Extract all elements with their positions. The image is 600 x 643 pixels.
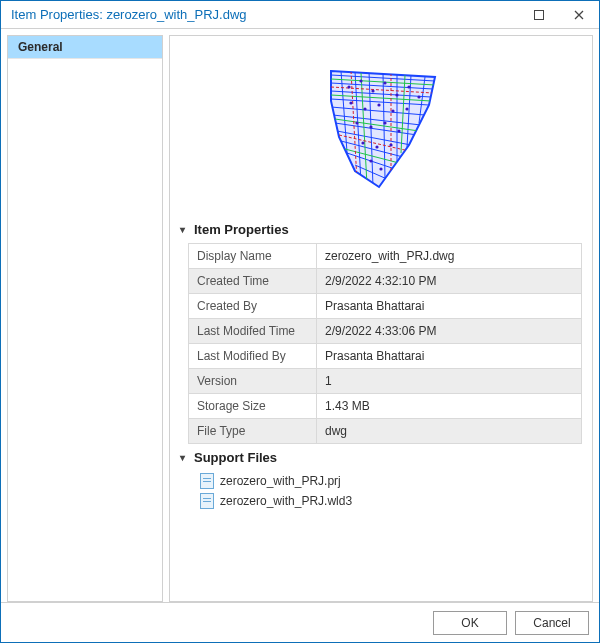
prop-value: zerozero_with_PRJ.dwg (317, 244, 582, 269)
svg-point-31 (371, 89, 374, 92)
button-label: Cancel (533, 616, 570, 630)
file-icon (200, 473, 214, 489)
svg-point-39 (391, 109, 394, 112)
table-row: File Typedwg (189, 419, 582, 444)
prop-label: Storage Size (189, 394, 317, 419)
sidebar: General (7, 35, 163, 602)
file-icon (200, 493, 214, 509)
button-label: OK (461, 616, 478, 630)
table-row: Version1 (189, 369, 582, 394)
svg-point-37 (363, 107, 366, 110)
item-thumbnail (180, 46, 582, 216)
sidebar-item-general[interactable]: General (8, 36, 162, 59)
table-row: Last Modifed Time2/9/2022 4:33:06 PM (189, 319, 582, 344)
svg-point-36 (349, 101, 352, 104)
maximize-button[interactable] (519, 1, 559, 29)
section-label: Item Properties (194, 222, 289, 237)
prop-value: Prasanta Bhattarai (317, 344, 582, 369)
support-file-name: zerozero_with_PRJ.prj (220, 474, 341, 488)
svg-point-45 (361, 141, 364, 144)
prop-value: 1 (317, 369, 582, 394)
prop-value: Prasanta Bhattarai (317, 294, 582, 319)
section-item-properties[interactable]: ▾ Item Properties (180, 222, 582, 237)
prop-label: Created Time (189, 269, 317, 294)
svg-point-34 (407, 85, 410, 88)
prop-label: Last Modifed Time (189, 319, 317, 344)
close-button[interactable] (559, 1, 599, 29)
svg-point-49 (379, 167, 382, 170)
window-title: Item Properties: zerozero_with_PRJ.dwg (11, 7, 519, 22)
content-panel: ▾ Item Properties Display Namezerozero_w… (169, 35, 593, 602)
svg-point-38 (377, 103, 380, 106)
titlebar: Item Properties: zerozero_with_PRJ.dwg (1, 1, 599, 29)
table-row: Created ByPrasanta Bhattarai (189, 294, 582, 319)
svg-point-40 (405, 107, 408, 110)
prop-label: Version (189, 369, 317, 394)
maximize-icon (534, 10, 544, 20)
section-support-files[interactable]: ▾ Support Files (180, 450, 582, 465)
svg-rect-0 (535, 10, 544, 19)
prop-label: Created By (189, 294, 317, 319)
svg-point-48 (369, 159, 372, 162)
svg-point-33 (395, 93, 398, 96)
dialog-body: General (1, 29, 599, 602)
ok-button[interactable]: OK (433, 611, 507, 635)
svg-point-46 (375, 145, 378, 148)
svg-point-30 (359, 79, 362, 82)
svg-point-44 (397, 129, 400, 132)
close-icon (574, 10, 584, 20)
item-properties-dialog: Item Properties: zerozero_with_PRJ.dwg G… (0, 0, 600, 643)
support-file-row[interactable]: zerozero_with_PRJ.prj (180, 471, 582, 491)
dwg-preview-icon (301, 61, 461, 201)
cancel-button[interactable]: Cancel (515, 611, 589, 635)
prop-label: File Type (189, 419, 317, 444)
window-title-item: zerozero_with_PRJ.dwg (106, 7, 246, 22)
svg-point-29 (347, 85, 350, 88)
svg-point-42 (369, 125, 372, 128)
sidebar-item-label: General (18, 40, 63, 54)
window-title-prefix: Item Properties: (11, 7, 106, 22)
svg-point-35 (417, 95, 420, 98)
properties-table: Display Namezerozero_with_PRJ.dwg Create… (188, 243, 582, 444)
svg-point-43 (383, 121, 386, 124)
support-file-name: zerozero_with_PRJ.wld3 (220, 494, 352, 508)
table-row: Storage Size1.43 MB (189, 394, 582, 419)
dialog-footer: OK Cancel (1, 602, 599, 642)
support-file-row[interactable]: zerozero_with_PRJ.wld3 (180, 491, 582, 511)
table-row: Last Modified ByPrasanta Bhattarai (189, 344, 582, 369)
table-row: Display Namezerozero_with_PRJ.dwg (189, 244, 582, 269)
prop-value: 2/9/2022 4:32:10 PM (317, 269, 582, 294)
prop-value: 2/9/2022 4:33:06 PM (317, 319, 582, 344)
section-label: Support Files (194, 450, 277, 465)
svg-point-32 (383, 81, 386, 84)
prop-label: Display Name (189, 244, 317, 269)
chevron-down-icon: ▾ (180, 224, 192, 235)
prop-value: dwg (317, 419, 582, 444)
prop-label: Last Modified By (189, 344, 317, 369)
table-row: Created Time2/9/2022 4:32:10 PM (189, 269, 582, 294)
svg-point-47 (389, 143, 392, 146)
svg-point-41 (355, 121, 358, 124)
prop-value: 1.43 MB (317, 394, 582, 419)
chevron-down-icon: ▾ (180, 452, 192, 463)
